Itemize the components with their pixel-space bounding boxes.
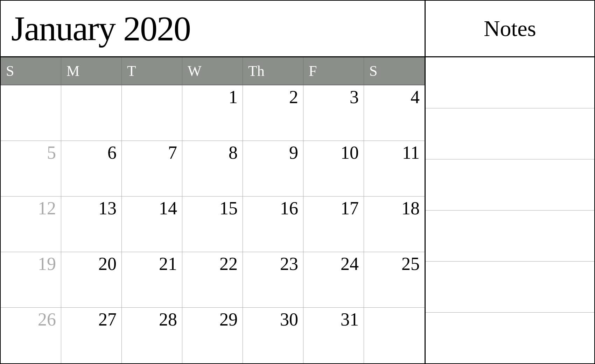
cell-number: 9 [289,144,298,162]
cell-number: 10 [341,144,359,162]
calendar-cell: 25 [364,252,425,308]
cell-number: 26 [38,311,56,329]
calendar-cell: 13 [61,197,122,252]
calendar-cell: 14 [122,197,182,252]
notes-body [426,57,594,363]
calendar-cell: 31 [303,308,364,363]
notes-row[interactable] [426,159,594,210]
notes-row[interactable] [426,313,594,363]
notes-panel: Notes [426,1,594,363]
day-header-cell: W [182,57,243,85]
calendar-header: January 2020 [1,1,425,57]
cell-number: 19 [38,255,56,273]
calendar-cell: 16 [243,197,303,252]
calendar-cell: 11 [364,141,425,197]
cell-number: 12 [38,199,56,217]
calendar-cell [1,85,61,141]
cell-number: 8 [229,144,238,162]
calendar-cell: 2 [243,85,303,141]
cell-number: 16 [280,199,298,217]
day-header-cell: S [364,57,425,85]
calendar-cell: 24 [303,252,364,308]
cell-number: 14 [159,199,177,217]
calendar-cell: 29 [182,308,243,363]
cell-number: 13 [98,199,117,217]
notes-title: Notes [484,16,536,42]
calendar-cell: 4 [364,85,425,141]
calendar-cell: 30 [243,308,303,363]
calendar-title: January 2020 [11,8,190,49]
days-header: SMTWThFS [1,57,425,85]
calendar-cell: 7 [122,141,182,197]
notes-row[interactable] [426,108,594,159]
calendar-cell: 6 [61,141,122,197]
cell-number: 18 [401,199,420,217]
cell-number: 7 [168,144,177,162]
calendar-cell [61,85,122,141]
cell-number: 27 [98,311,117,329]
cell-number: 21 [159,255,177,273]
calendar-cell: 26 [1,308,61,363]
notes-row[interactable] [426,210,594,262]
cell-number: 11 [402,144,420,162]
calendar-cell: 8 [182,141,243,197]
day-header-cell: T [122,57,182,85]
cell-number: 4 [411,88,420,106]
day-header-cell: F [303,57,364,85]
cell-number: 6 [107,144,117,162]
notes-row[interactable] [426,57,594,108]
calendar-cell: 9 [243,141,303,197]
calendar-cell: 12 [1,197,61,252]
cell-number: 2 [289,88,298,106]
cell-number: 5 [47,144,56,162]
calendar-wrapper: January 2020 SMTWThFS 123456789101112131… [0,0,595,364]
cell-number: 25 [401,255,420,273]
calendar-cell: 21 [122,252,182,308]
calendar-cell: 19 [1,252,61,308]
calendar-cell: 10 [303,141,364,197]
cell-number: 31 [341,311,359,329]
calendar-cell: 5 [1,141,61,197]
calendar-cell [122,85,182,141]
cell-number: 1 [229,88,238,106]
calendar-cell: 15 [182,197,243,252]
calendar-cell: 22 [182,252,243,308]
cell-number: 20 [98,255,117,273]
calendar-cell: 23 [243,252,303,308]
cell-number: 3 [350,88,359,106]
cell-number: 17 [341,199,359,217]
calendar-cell: 18 [364,197,425,252]
calendar-cell: 3 [303,85,364,141]
cell-number: 22 [219,255,238,273]
cell-number: 29 [219,311,238,329]
calendar-cell [364,308,425,363]
calendar-grid: 1234567891011121314151617181920212223242… [1,85,425,363]
notes-row[interactable] [426,262,594,313]
cell-number: 28 [159,311,177,329]
cell-number: 23 [280,255,298,273]
calendar-cell: 27 [61,308,122,363]
cell-number: 24 [341,255,359,273]
cell-number: 15 [219,199,238,217]
cell-number: 30 [280,311,298,329]
day-header-cell: S [1,57,61,85]
calendar-main: January 2020 SMTWThFS 123456789101112131… [1,1,426,363]
day-header-cell: M [61,57,122,85]
calendar-cell: 20 [61,252,122,308]
calendar-cell: 17 [303,197,364,252]
calendar-cell: 28 [122,308,182,363]
day-header-cell: Th [243,57,303,85]
calendar-cell: 1 [182,85,243,141]
notes-header: Notes [426,1,594,57]
